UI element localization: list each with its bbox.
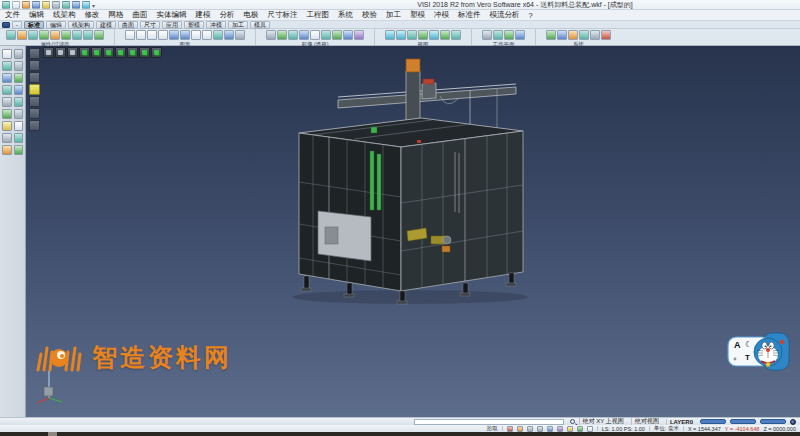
status-pill-3[interactable] — [760, 419, 786, 424]
previous-view-icon[interactable] — [440, 30, 450, 40]
entity-list-icon[interactable] — [235, 30, 245, 40]
tab-modeling[interactable]: 建模 — [96, 21, 116, 29]
delete-entity-icon[interactable] — [202, 30, 212, 40]
erase-icon[interactable] — [14, 61, 24, 71]
workplane-3pt-icon[interactable] — [504, 30, 514, 40]
mirror-icon[interactable] — [14, 85, 24, 95]
extend-icon[interactable] — [2, 109, 12, 119]
tab-wireframe[interactable]: 线架构 — [68, 21, 94, 29]
tab-standard[interactable]: 标准 — [24, 21, 44, 29]
toolbar-grip-icon[interactable] — [2, 22, 10, 28]
light-icon[interactable] — [354, 30, 364, 40]
visibility-icon[interactable] — [39, 30, 49, 40]
ungroup-icon[interactable] — [180, 30, 190, 40]
menu-modify[interactable]: 修改 — [85, 10, 100, 20]
menu-analysis[interactable]: 分析 — [220, 10, 235, 20]
save-all-icon[interactable] — [42, 1, 50, 9]
snap-endpoint-button[interactable] — [29, 120, 40, 131]
workplane-xy-icon[interactable] — [482, 30, 492, 40]
copy-tool-icon[interactable] — [14, 73, 24, 83]
wireframe-view-icon[interactable] — [266, 30, 276, 40]
menu-die[interactable]: 冲模 — [434, 10, 449, 20]
database-icon[interactable] — [557, 30, 567, 40]
show-selected-icon[interactable] — [147, 30, 157, 40]
pan-icon[interactable] — [429, 30, 439, 40]
menu-edit[interactable]: 编辑 — [29, 10, 44, 20]
shaded-view-icon[interactable] — [277, 30, 287, 40]
attribute-edit-icon[interactable] — [6, 30, 16, 40]
save-warning-icon[interactable] — [517, 426, 523, 432]
folder-icon[interactable] — [567, 426, 573, 432]
hidden-line-icon[interactable] — [288, 30, 298, 40]
tab-application[interactable]: 应用 — [162, 21, 182, 29]
tab-machining[interactable]: 加工 — [228, 21, 248, 29]
invert-show-icon[interactable] — [158, 30, 168, 40]
user-icon[interactable] — [537, 426, 543, 432]
menu-standard-parts[interactable]: 标准件 — [458, 10, 481, 20]
info-icon[interactable] — [590, 30, 600, 40]
menu-verify[interactable]: 校验 — [362, 10, 377, 20]
scale-icon[interactable] — [2, 97, 12, 107]
hide-icon[interactable] — [136, 30, 146, 40]
entity-info-icon[interactable] — [224, 30, 234, 40]
open-file-icon[interactable] — [12, 1, 20, 9]
text-tool-icon[interactable] — [2, 133, 12, 143]
redraw-icon[interactable] — [451, 30, 461, 40]
offset-icon[interactable] — [14, 109, 24, 119]
print-icon[interactable] — [52, 1, 60, 9]
select-box-icon[interactable] — [2, 61, 12, 71]
status-pill-1[interactable] — [700, 419, 726, 424]
delete-icon[interactable] — [14, 49, 24, 59]
tab-mould[interactable]: 塑模 — [184, 21, 204, 29]
open-icon[interactable] — [2, 49, 12, 59]
menu-machining[interactable]: 加工 — [386, 10, 401, 20]
layer-status[interactable]: LAYER0 — [666, 419, 696, 425]
tab-collapse[interactable]: - — [12, 21, 22, 29]
snap-grid-button[interactable] — [29, 48, 40, 59]
search-icon[interactable] — [570, 419, 575, 424]
explode-icon[interactable] — [14, 145, 24, 155]
menu-mould[interactable]: 塑模 — [410, 10, 425, 20]
perspective-icon[interactable] — [299, 30, 309, 40]
rotate-icon[interactable] — [2, 85, 12, 95]
menu-help[interactable]: ? — [529, 11, 533, 20]
rotate-view-button[interactable] — [55, 47, 66, 58]
view-back-button[interactable] — [103, 47, 114, 58]
snap-midpoint-button[interactable] — [29, 72, 40, 83]
snap-point-button[interactable] — [29, 60, 40, 71]
help-icon[interactable] — [601, 30, 611, 40]
menu-mesh[interactable]: 网格 — [109, 10, 124, 20]
snap-center-button[interactable] — [29, 96, 40, 107]
tab-dimension[interactable]: 尺寸 — [140, 21, 160, 29]
qat-dropdown-icon[interactable]: ▾ — [92, 2, 95, 9]
highlight-icon[interactable] — [83, 30, 93, 40]
redo-icon[interactable] — [82, 1, 90, 9]
taskbar-app-button[interactable] — [48, 432, 57, 436]
menu-file[interactable]: 文件 — [5, 10, 20, 20]
zoom-view-button[interactable] — [67, 47, 78, 58]
save-icon[interactable] — [32, 1, 40, 9]
show-all-icon[interactable] — [125, 30, 135, 40]
color-icon[interactable] — [17, 30, 27, 40]
macro-icon[interactable] — [579, 30, 589, 40]
tab-edit[interactable]: 编辑 — [46, 21, 66, 29]
view-front-button[interactable] — [91, 47, 102, 58]
entity-filter-icon[interactable] — [72, 30, 82, 40]
zoom-out-icon[interactable] — [418, 30, 428, 40]
snap-active-button[interactable] — [29, 84, 40, 95]
menu-flow-analysis[interactable]: 模流分析 — [490, 10, 520, 20]
view-left-button[interactable] — [115, 47, 126, 58]
background-icon[interactable] — [343, 30, 353, 40]
command-input[interactable] — [414, 419, 564, 425]
group-tool-icon[interactable] — [2, 145, 12, 155]
zoom-fit-icon[interactable] — [385, 30, 395, 40]
workplane-reset-icon[interactable] — [515, 30, 525, 40]
menu-solid-edit[interactable]: 实体编辑 — [157, 10, 187, 20]
group-icon[interactable] — [169, 30, 179, 40]
undo-icon[interactable] — [72, 1, 80, 9]
tab-die[interactable]: 冲模 — [206, 21, 226, 29]
history-clock-icon[interactable] — [577, 426, 583, 432]
move-icon[interactable] — [2, 73, 12, 83]
menu-electrode[interactable]: 电极 — [244, 10, 259, 20]
tab-surface[interactable]: 曲面 — [118, 21, 138, 29]
